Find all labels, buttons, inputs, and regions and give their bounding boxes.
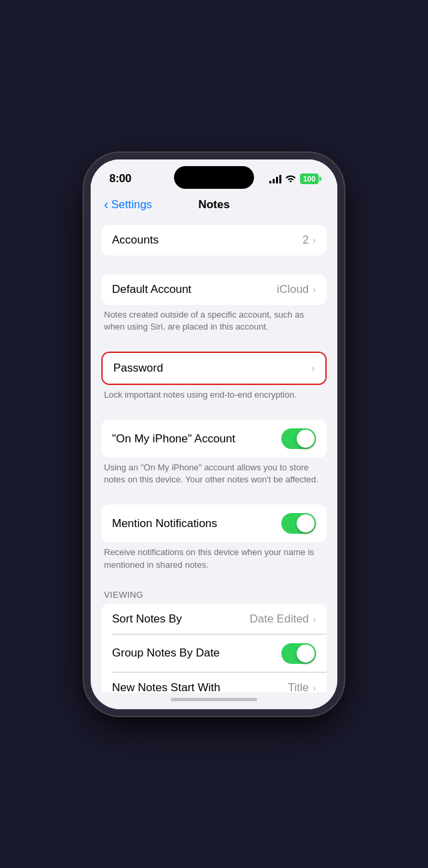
spacer-3 <box>91 412 337 420</box>
on-my-iphone-label: "On My iPhone" Account <box>112 432 235 446</box>
accounts-label: Accounts <box>112 234 159 247</box>
password-label: Password <box>113 362 163 375</box>
mention-notifications-section: Mention Notifications Receive notificati… <box>91 504 337 570</box>
password-chevron-icon: › <box>311 363 315 374</box>
on-my-iphone-section: "On My iPhone" Account Using an "On My i… <box>91 420 337 486</box>
sort-notes-by-right: Date Edited › <box>249 612 316 626</box>
sort-notes-by-row[interactable]: Sort Notes By Date Edited › <box>101 604 327 634</box>
new-notes-start-with-chevron-icon: › <box>313 683 316 693</box>
default-account-right: iCloud › <box>277 283 316 296</box>
status-icons: 100 <box>269 173 319 184</box>
viewing-section: VIEWING Sort Notes By Date Edited › Grou… <box>91 590 337 693</box>
sort-notes-by-chevron-icon: › <box>313 614 316 624</box>
toggle-knob <box>297 430 315 448</box>
default-account-value: iCloud <box>277 283 309 296</box>
on-my-iphone-toggle[interactable] <box>281 428 316 449</box>
mention-notifications-label: Mention Notifications <box>112 517 217 530</box>
phone-frame: 8:00 100 <box>84 153 344 716</box>
viewing-card: Sort Notes By Date Edited › Group Notes … <box>101 604 327 693</box>
screen: 8:00 100 <box>91 159 337 709</box>
toggle-knob-3 <box>297 644 315 663</box>
back-label: Settings <box>111 198 152 211</box>
mention-notifications-note: Receive notifications on this device whe… <box>91 542 337 570</box>
spacer-5 <box>91 582 337 590</box>
mention-notifications-row[interactable]: Mention Notifications <box>101 504 327 542</box>
group-notes-toggle[interactable] <box>281 643 316 664</box>
default-account-card: Default Account iCloud › <box>101 274 327 305</box>
nav-bar: ‹ Settings Notes <box>91 193 337 220</box>
home-indicator <box>91 693 337 709</box>
sort-notes-by-label: Sort Notes By <box>112 612 182 626</box>
sort-notes-by-value: Date Edited <box>249 612 309 626</box>
battery-icon: 100 <box>300 173 319 184</box>
settings-content: Accounts 2 › Default Account iCloud <box>91 220 337 693</box>
new-notes-start-with-label: New Notes Start With <box>112 681 221 693</box>
dynamic-island <box>174 166 254 189</box>
mention-notifications-toggle[interactable] <box>281 513 316 534</box>
default-account-section: Default Account iCloud › Notes created o… <box>91 274 337 333</box>
accounts-value: 2 <box>303 234 309 247</box>
toggle-knob-2 <box>297 514 315 532</box>
group-notes-by-date-label: Group Notes By Date <box>112 646 220 660</box>
spacer-1 <box>91 266 337 274</box>
accounts-section: Accounts 2 › <box>91 225 337 256</box>
accounts-card: Accounts 2 › <box>101 225 327 256</box>
accounts-chevron-icon: › <box>313 235 316 246</box>
new-notes-start-with-right: Title › <box>288 681 316 693</box>
mention-notifications-card: Mention Notifications <box>101 504 327 542</box>
new-notes-start-with-value: Title <box>288 681 309 693</box>
default-account-label: Default Account <box>112 283 191 296</box>
home-bar <box>171 698 257 701</box>
password-row[interactable]: Password › <box>103 353 325 384</box>
wifi-icon <box>285 173 296 184</box>
default-account-row[interactable]: Default Account iCloud › <box>101 274 327 305</box>
signal-icon <box>269 174 281 183</box>
password-right: › <box>311 363 315 374</box>
password-card: Password › <box>101 352 327 385</box>
default-account-note: Notes created outside of a specific acco… <box>91 305 337 333</box>
status-bar: 8:00 100 <box>91 159 337 193</box>
password-section: Password › Lock important notes using en… <box>91 352 337 401</box>
spacer-4 <box>91 496 337 504</box>
viewing-section-label: VIEWING <box>91 590 337 604</box>
on-my-iphone-row[interactable]: "On My iPhone" Account <box>101 420 327 458</box>
page-title: Notes <box>198 198 229 211</box>
back-chevron-icon: ‹ <box>104 197 109 211</box>
status-time: 8:00 <box>109 172 131 185</box>
on-my-iphone-note: Using an "On My iPhone" account allows y… <box>91 458 337 486</box>
new-notes-start-with-row[interactable]: New Notes Start With Title › <box>101 673 327 693</box>
back-button[interactable]: ‹ Settings <box>104 198 152 211</box>
on-my-iphone-card: "On My iPhone" Account <box>101 420 327 458</box>
password-note: Lock important notes using end-to-end en… <box>91 385 337 401</box>
spacer-2 <box>91 344 337 352</box>
default-account-chevron-icon: › <box>313 284 316 295</box>
group-notes-by-date-row[interactable]: Group Notes By Date <box>101 634 327 673</box>
accounts-row[interactable]: Accounts 2 › <box>101 225 327 256</box>
accounts-right: 2 › <box>303 234 316 247</box>
